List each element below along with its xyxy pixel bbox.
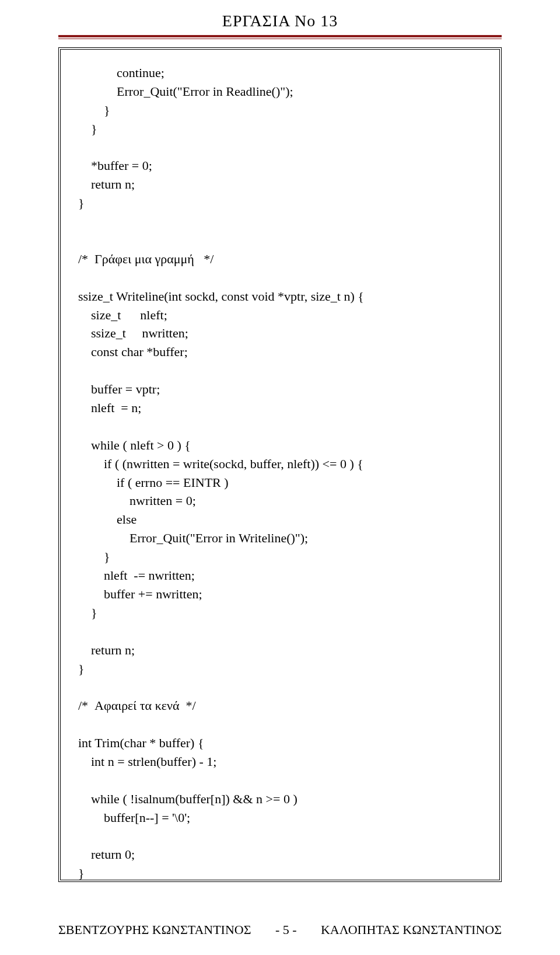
page-header: ΕΡΓΑΣΙΑ Νο 13: [0, 0, 560, 35]
page-footer: ΣΒΕΝΤΖΟΥΡΗΣ ΚΩΝΣΤΑΝΤΙΝΟΣ - 5 - ΚΑΛΟΠΗΤΑΣ…: [0, 922, 560, 937]
rule-thin: [58, 39, 502, 39]
footer-page-number: - 5 -: [275, 922, 297, 937]
header-rule: [58, 35, 502, 39]
header-title: ΕΡΓΑΣΙΑ Νο 13: [0, 12, 560, 30]
rule-thick: [58, 35, 502, 37]
footer-right: ΚΑΛΟΠΗΤΑΣ ΚΩΝΣΤΑΝΤΙΝΟΣ: [321, 922, 502, 937]
code-frame: continue; Error_Quit("Error in Readline(…: [58, 47, 502, 882]
footer-left: ΣΒΕΝΤΖΟΥΡΗΣ ΚΩΝΣΤΑΝΤΙΝΟΣ: [58, 922, 251, 937]
code-content: continue; Error_Quit("Error in Readline(…: [78, 64, 482, 882]
